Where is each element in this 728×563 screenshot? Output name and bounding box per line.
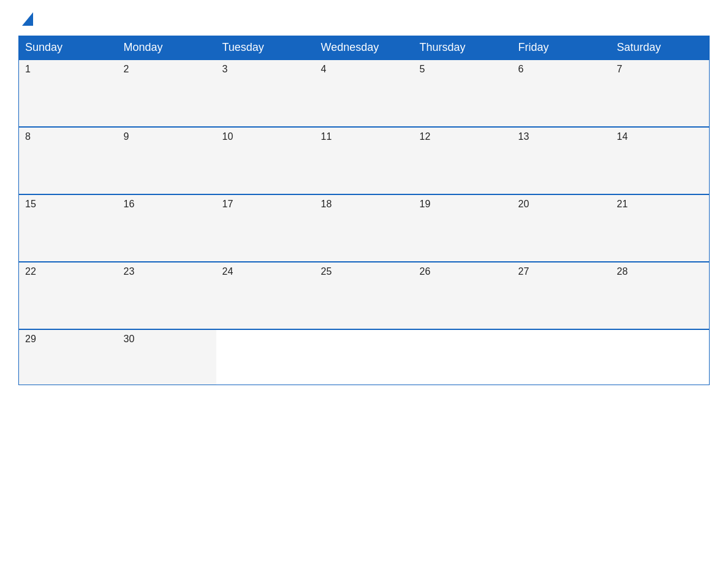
calendar-day-cell: 9 [118,127,216,194]
calendar-day-cell: 21 [611,194,710,262]
day-header-sunday: Sunday [19,36,118,60]
day-number: 21 [617,199,703,210]
day-number: 17 [222,199,309,210]
calendar-day-cell: 23 [118,262,216,329]
calendar-day-cell: 30 [118,329,216,385]
calendar-day-cell: 27 [512,262,611,329]
calendar-day-cell: 20 [512,194,611,262]
day-headers-row: SundayMondayTuesdayWednesdayThursdayFrid… [19,36,710,60]
calendar-day-cell: 1 [19,59,118,127]
calendar-header: SundayMondayTuesdayWednesdayThursdayFrid… [19,36,710,60]
calendar-day-cell: 16 [118,194,216,262]
day-number: 19 [420,199,506,210]
calendar-week-row: 891011121314 [19,127,710,194]
calendar-day-cell: 11 [315,127,414,194]
calendar-day-cell: 17 [216,194,315,262]
calendar-day-cell: 3 [216,59,315,127]
day-number: 28 [617,266,703,277]
calendar-day-cell [315,329,414,385]
logo-triangle-icon [22,12,33,26]
calendar-day-cell [414,329,512,385]
day-number: 14 [617,131,703,142]
day-header-monday: Monday [118,36,216,60]
day-number: 12 [420,131,506,142]
calendar-day-cell: 29 [19,329,118,385]
calendar-body: 1234567891011121314151617181920212223242… [19,59,710,385]
day-header-friday: Friday [512,36,611,60]
calendar-day-cell: 22 [19,262,118,329]
calendar-day-cell: 12 [414,127,512,194]
calendar-day-cell: 5 [414,59,512,127]
day-number: 7 [617,64,703,75]
day-number: 8 [25,131,112,142]
calendar-day-cell: 24 [216,262,315,329]
calendar-day-cell: 10 [216,127,315,194]
calendar-week-row: 22232425262728 [19,262,710,329]
day-number: 22 [25,266,112,277]
calendar-day-cell: 19 [414,194,512,262]
day-number: 20 [518,199,605,210]
calendar-day-cell: 13 [512,127,611,194]
day-number: 11 [321,131,408,142]
day-number: 6 [518,64,605,75]
day-header-thursday: Thursday [414,36,512,60]
calendar-day-cell [611,329,710,385]
day-number: 24 [222,266,309,277]
calendar-day-cell: 7 [611,59,710,127]
day-number: 23 [124,266,210,277]
day-number: 26 [420,266,506,277]
day-header-tuesday: Tuesday [216,36,315,60]
calendar-day-cell: 25 [315,262,414,329]
day-number: 29 [25,334,112,345]
page: SundayMondayTuesdayWednesdayThursdayFrid… [0,0,728,563]
day-number: 18 [321,199,408,210]
calendar-day-cell [512,329,611,385]
day-number: 16 [124,199,210,210]
day-number: 1 [25,64,112,75]
day-header-saturday: Saturday [611,36,710,60]
day-number: 13 [518,131,605,142]
calendar-day-cell: 18 [315,194,414,262]
calendar-day-cell: 2 [118,59,216,127]
day-number: 3 [222,64,309,75]
day-number: 10 [222,131,309,142]
calendar-week-row: 1234567 [19,59,710,127]
day-number: 30 [124,334,210,345]
day-number: 25 [321,266,408,277]
calendar-day-cell: 15 [19,194,118,262]
calendar-day-cell: 28 [611,262,710,329]
day-number: 9 [124,131,210,142]
calendar-day-cell [216,329,315,385]
calendar-week-row: 2930 [19,329,710,385]
header [18,12,710,26]
day-number: 27 [518,266,605,277]
day-number: 2 [124,64,210,75]
day-header-wednesday: Wednesday [315,36,414,60]
calendar-table: SundayMondayTuesdayWednesdayThursdayFrid… [18,36,710,385]
calendar-week-row: 15161718192021 [19,194,710,262]
day-number: 15 [25,199,112,210]
calendar-day-cell: 6 [512,59,611,127]
day-number: 4 [321,64,408,75]
calendar-day-cell: 26 [414,262,512,329]
logo [18,12,37,26]
calendar-day-cell: 14 [611,127,710,194]
calendar-day-cell: 8 [19,127,118,194]
day-number: 5 [420,64,506,75]
calendar-day-cell: 4 [315,59,414,127]
